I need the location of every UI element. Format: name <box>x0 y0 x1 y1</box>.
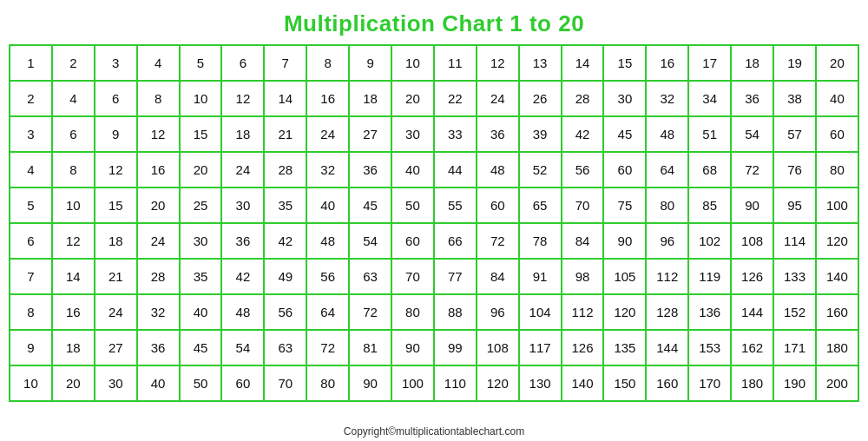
table-cell: 44 <box>434 152 477 188</box>
table-cell: 32 <box>137 294 180 330</box>
table-cell: 114 <box>773 223 816 259</box>
table-cell: 96 <box>477 294 519 330</box>
table-cell: 36 <box>477 116 519 152</box>
table-cell: 52 <box>519 152 562 188</box>
table-cell: 70 <box>391 259 434 294</box>
table-cell: 180 <box>731 365 773 401</box>
table-cell: 20 <box>180 152 222 188</box>
table-cell: 27 <box>349 116 391 152</box>
table-cell: 90 <box>603 223 646 259</box>
table-cell: 60 <box>391 223 434 259</box>
table-cell: 34 <box>688 81 731 116</box>
table-cell: 60 <box>603 152 646 188</box>
table-cell: 33 <box>434 116 477 152</box>
table-cell: 160 <box>646 365 688 401</box>
table-cell: 88 <box>434 294 477 330</box>
table-cell: 15 <box>180 116 222 152</box>
table-cell: 108 <box>731 223 773 259</box>
table-cell: 54 <box>349 223 391 259</box>
table-cell: 24 <box>137 223 180 259</box>
table-cell: 72 <box>731 152 773 188</box>
table-cell: 110 <box>434 365 477 401</box>
table-cell: 16 <box>52 294 95 330</box>
table-cell: 36 <box>221 223 264 259</box>
table-cell: 14 <box>52 259 95 294</box>
table-cell: 120 <box>816 223 858 259</box>
table-cell: 13 <box>519 45 562 81</box>
table-cell: 6 <box>10 223 52 259</box>
table-cell: 18 <box>349 81 391 116</box>
table-cell: 171 <box>773 330 816 365</box>
table-cell: 40 <box>816 81 858 116</box>
table-cell: 30 <box>391 116 434 152</box>
table-cell: 6 <box>221 45 264 81</box>
table-cell: 90 <box>731 188 773 223</box>
table-cell: 60 <box>816 116 858 152</box>
table-cell: 10 <box>391 45 434 81</box>
table-cell: 6 <box>52 116 95 152</box>
table-cell: 133 <box>773 259 816 294</box>
table-cell: 12 <box>95 152 137 188</box>
table-cell: 160 <box>816 294 858 330</box>
table-cell: 51 <box>688 116 731 152</box>
table-cell: 55 <box>434 188 477 223</box>
table-cell: 130 <box>519 365 562 401</box>
table-cell: 72 <box>477 223 519 259</box>
table-cell: 14 <box>562 45 604 81</box>
table-cell: 42 <box>221 259 264 294</box>
table-cell: 140 <box>816 259 858 294</box>
table-cell: 9 <box>95 116 137 152</box>
table-cell: 150 <box>603 365 646 401</box>
table-cell: 78 <box>519 223 562 259</box>
table-row: 1234567891011121314151617181920 <box>10 45 858 81</box>
table-cell: 9 <box>349 45 391 81</box>
table-cell: 56 <box>264 294 306 330</box>
table-cell: 98 <box>562 259 604 294</box>
table-cell: 48 <box>221 294 264 330</box>
table-cell: 108 <box>477 330 519 365</box>
table-cell: 24 <box>221 152 264 188</box>
table-cell: 120 <box>477 365 519 401</box>
table-cell: 2 <box>52 45 95 81</box>
table-row: 246810121416182022242628303234363840 <box>10 81 858 116</box>
table-row: 9182736455463728190991081171261351441531… <box>10 330 858 365</box>
table-cell: 104 <box>519 294 562 330</box>
table-cell: 75 <box>603 188 646 223</box>
table-cell: 20 <box>52 365 95 401</box>
table-cell: 20 <box>816 45 858 81</box>
table-cell: 144 <box>731 294 773 330</box>
page-title: Multiplication Chart 1 to 20 <box>284 10 584 37</box>
table-cell: 48 <box>646 116 688 152</box>
table-cell: 84 <box>477 259 519 294</box>
table-cell: 32 <box>306 152 349 188</box>
table-cell: 40 <box>180 294 222 330</box>
table-cell: 50 <box>391 188 434 223</box>
table-cell: 8 <box>10 294 52 330</box>
table-cell: 45 <box>603 116 646 152</box>
table-cell: 40 <box>137 365 180 401</box>
footer-copyright: Copyright©multiplicationtablechart.com <box>344 425 524 438</box>
table-cell: 18 <box>221 116 264 152</box>
table-cell: 12 <box>137 116 180 152</box>
table-cell: 18 <box>52 330 95 365</box>
table-cell: 170 <box>688 365 731 401</box>
table-row: 7142128354249566370778491981051121191261… <box>10 259 858 294</box>
table-cell: 38 <box>773 81 816 116</box>
table-cell: 65 <box>519 188 562 223</box>
table-cell: 40 <box>391 152 434 188</box>
table-cell: 140 <box>562 365 604 401</box>
table-cell: 18 <box>731 45 773 81</box>
table-cell: 12 <box>477 45 519 81</box>
table-cell: 42 <box>562 116 604 152</box>
table-cell: 36 <box>731 81 773 116</box>
table-cell: 200 <box>816 365 858 401</box>
table-cell: 27 <box>95 330 137 365</box>
table-cell: 10 <box>10 365 52 401</box>
table-cell: 90 <box>349 365 391 401</box>
table-cell: 66 <box>434 223 477 259</box>
table-cell: 39 <box>519 116 562 152</box>
table-cell: 21 <box>264 116 306 152</box>
table-cell: 36 <box>349 152 391 188</box>
table-cell: 45 <box>349 188 391 223</box>
table-cell: 117 <box>519 330 562 365</box>
